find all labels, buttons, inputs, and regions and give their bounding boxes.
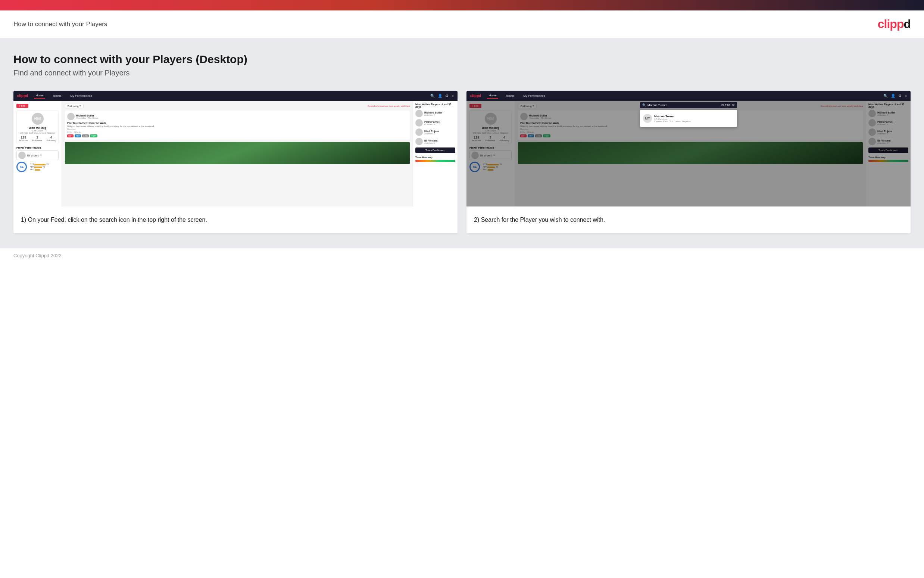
player-activities-4: Activities: 1 [424, 142, 438, 144]
team-heatmap-section: Team Heatmap [415, 156, 455, 162]
header: How to connect with your Players clippd [0, 10, 924, 38]
middle-feed-1: Following ▾ Control who can see your act… [62, 101, 413, 206]
heatmap-bar [415, 160, 455, 162]
quality-row: 84 OTT 79 APP 70 ARG [16, 162, 58, 172]
player-performance-title-left: Player Performance [16, 146, 58, 149]
app-body-2-wrapper: Feed BM Blair McHarg Golf Coach Mill Rid… [466, 101, 911, 206]
search-icon[interactable]: 🔍 [430, 94, 435, 98]
badge-ott: OTT [67, 135, 73, 137]
badge-app: APP [74, 135, 81, 137]
profile-name: Blair McHarg [17, 126, 58, 130]
activity-sub: Yesterday · The Grove [76, 117, 99, 119]
nav-my-performance[interactable]: My Performance [69, 93, 94, 98]
activity-avatar [67, 113, 74, 120]
stats-row: 129 Activities 3 Followers 4 [17, 136, 58, 141]
search-result-item[interactable]: MT Marcus Turner 1-5 Handicap Cypress Po… [643, 113, 734, 124]
badge-arg: ARG [82, 135, 89, 137]
player-item-2: Piers Parnell Activities: 4 [415, 119, 455, 127]
activity-image [65, 142, 410, 164]
player-avatar-1 [415, 110, 423, 117]
columns-container: clippd Home Teams My Performance 🔍 👤 ⚙ ○ [13, 91, 911, 233]
left-panel-1: Feed BM Blair McHarg Golf Coach Mill Rid… [13, 101, 62, 206]
duration-row: Duration [67, 128, 408, 130]
selected-player-avatar [18, 152, 26, 159]
user-icon[interactable]: 👤 [438, 94, 442, 98]
player-name-1: Richard Butler [424, 111, 442, 114]
search-result-name: Marcus Turner [654, 115, 690, 118]
activity-title: Pre Tournament Course Walk [67, 121, 408, 125]
nav-teams[interactable]: Teams [51, 93, 63, 98]
main-heading: How to connect with your Players (Deskto… [13, 53, 911, 66]
stat-activities: 129 Activities [19, 136, 28, 141]
team-dashboard-button[interactable]: Team Dashboard [415, 148, 455, 153]
app-mockup-1: clippd Home Teams My Performance 🔍 👤 ⚙ ○ [13, 91, 458, 206]
close-icon[interactable]: ✕ [732, 103, 735, 107]
user-icon-2[interactable]: 👤 [891, 94, 895, 98]
column-1: clippd Home Teams My Performance 🔍 👤 ⚙ ○ [13, 91, 458, 233]
quality-bars: OTT 79 APP 70 ARG [30, 163, 49, 170]
activity-card: Richard Butler Yesterday · The Grove Pre… [65, 110, 410, 140]
logo: clippd [878, 17, 911, 31]
search-icon-overlay: 🔍 [642, 104, 646, 107]
app-body-1: Feed BM Blair McHarg Golf Coach Mill Rid… [13, 101, 458, 206]
activity-desc: Walking the course with my coach to buil… [67, 125, 408, 127]
feed-tab[interactable]: Feed [16, 104, 28, 108]
control-link[interactable]: Control who can see your activity and da… [367, 105, 410, 107]
player-item-3: Hiral Pujara Activities: 3 [415, 128, 455, 136]
app-logo-2: clippd [470, 94, 481, 98]
nav-teams-2[interactable]: Teams [504, 93, 516, 98]
caption-1: 1) On your Feed, click on the search ico… [13, 206, 458, 233]
right-panel-1: Most Active Players - Last 30 days Richa… [413, 101, 458, 206]
nav-home[interactable]: Home [34, 93, 45, 99]
following-button[interactable]: Following ▾ [65, 104, 84, 108]
player-item-1: Richard Butler Activities: 7 [415, 110, 455, 117]
search-result-info: Marcus Turner 1-5 Handicap Cypress Point… [654, 115, 690, 122]
top-bar [0, 0, 924, 10]
player-selector[interactable]: Eli Vincent ▾ [16, 151, 58, 160]
copyright-text: Copyright Clippd 2022 [13, 253, 61, 258]
search-icon-2[interactable]: 🔍 [884, 94, 888, 98]
app-nav-2: clippd Home Teams My Performance 🔍 👤 ⚙ ○ [466, 91, 911, 101]
activity-user: Richard Butler [76, 114, 99, 117]
nav-icons: 🔍 👤 ⚙ ○ [430, 94, 454, 98]
caption-2: 2) Search for the Player you wish to con… [466, 206, 911, 233]
active-players-title: Most Active Players - Last 30 days [415, 103, 455, 108]
avatar-icon-2[interactable]: ○ [905, 94, 907, 98]
search-result-avatar: MT [643, 114, 652, 123]
following-row: Following ▾ Control who can see your act… [65, 104, 410, 108]
badge-row: OTT APP ARG PUTT [67, 135, 408, 137]
search-bar-overlay: 🔍 Marcus Turner CLEAR ✕ [640, 102, 737, 108]
avatar-icon[interactable]: ○ [451, 94, 454, 98]
stat-followers: 3 Followers [32, 136, 42, 141]
player-activities-3: Activities: 3 [424, 133, 439, 135]
search-overlay: 🔍 Marcus Turner CLEAR ✕ MT Marcu [466, 101, 911, 206]
settings-icon[interactable]: ⚙ [445, 94, 448, 98]
nav-home-2[interactable]: Home [487, 93, 498, 99]
app-nav-1: clippd Home Teams My Performance 🔍 👤 ⚙ ○ [13, 91, 458, 101]
search-query-text[interactable]: Marcus Turner [647, 104, 720, 107]
app-logo: clippd [17, 94, 28, 98]
app-mockup-2: clippd Home Teams My Performance 🔍 👤 ⚙ ○ [466, 91, 911, 206]
player-item-4: Eli Vincent Activities: 1 [415, 138, 455, 145]
footer: Copyright Clippd 2022 [0, 248, 924, 263]
clear-button[interactable]: CLEAR [722, 104, 730, 106]
player-name-4: Eli Vincent [424, 139, 438, 142]
settings-icon-2[interactable]: ⚙ [898, 94, 901, 98]
badge-putt: PUTT [90, 135, 97, 137]
quality-circle: 84 [16, 162, 27, 172]
page-title: How to connect with your Players [13, 21, 107, 28]
main-content: How to connect with your Players (Deskto… [0, 38, 924, 248]
stat-following: 4 Following [47, 136, 56, 141]
chevron-down-icon: ▾ [79, 104, 81, 107]
screenshot-1: clippd Home Teams My Performance 🔍 👤 ⚙ ○ [13, 91, 458, 206]
player-activities-2: Activities: 4 [424, 123, 440, 125]
player-activities-1: Activities: 7 [424, 114, 442, 116]
column-2: clippd Home Teams My Performance 🔍 👤 ⚙ ○ [466, 91, 911, 233]
player-avatar-3 [415, 128, 423, 136]
player-avatar-4 [415, 138, 423, 145]
nav-my-performance-2[interactable]: My Performance [522, 93, 547, 98]
player-avatar-2 [415, 119, 423, 127]
profile-card: BM Blair McHarg Golf Coach Mill Ride Gol… [16, 110, 58, 144]
nav-icons-2: 🔍 👤 ⚙ ○ [884, 94, 907, 98]
profile-club: Mill Ride Golf Club, United Kingdom [17, 132, 58, 134]
